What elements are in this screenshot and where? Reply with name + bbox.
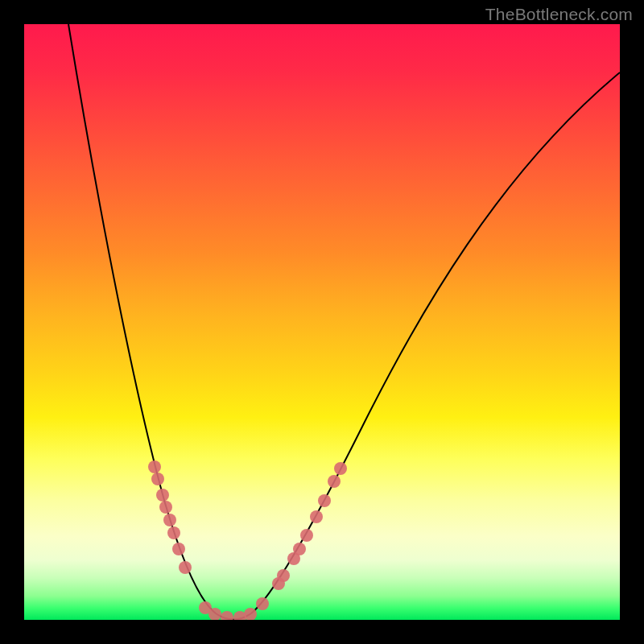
bead-marker: [221, 611, 233, 620]
bead-marker: [310, 510, 323, 523]
bead-marker: [159, 501, 172, 514]
bead-marker: [148, 460, 161, 473]
plot-area: [24, 24, 620, 620]
bead-marker: [163, 514, 176, 526]
bead-marker: [172, 543, 185, 555]
bead-markers-group: [148, 460, 347, 620]
markers-layer: [24, 24, 620, 620]
bead-marker: [300, 529, 313, 542]
bead-marker: [256, 597, 269, 610]
bead-marker: [293, 543, 306, 555]
bead-marker: [277, 569, 290, 582]
bead-marker: [328, 475, 341, 488]
bead-marker: [244, 608, 257, 620]
bead-marker: [151, 473, 164, 485]
watermark-text: TheBottleneck.com: [485, 5, 633, 24]
bead-marker: [156, 489, 169, 502]
bead-marker: [318, 494, 331, 507]
bead-marker: [167, 526, 180, 539]
bead-marker: [334, 462, 347, 475]
bead-marker: [179, 561, 192, 574]
chart-frame: TheBottleneck.com: [0, 0, 644, 644]
